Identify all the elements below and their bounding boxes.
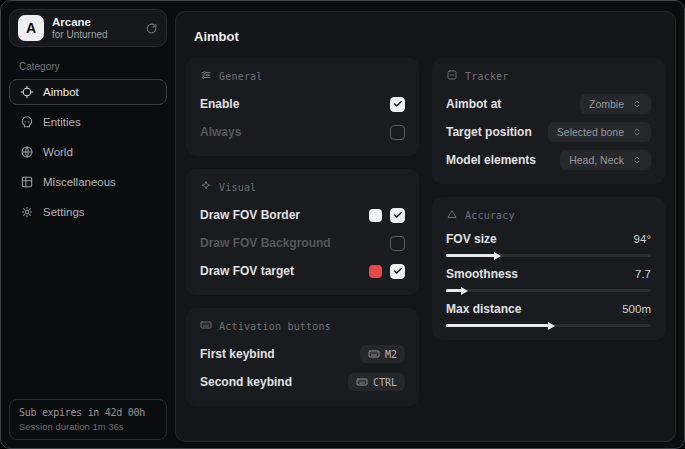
sidebar: A Arcane for Unturned Category Aimbot (1, 1, 175, 448)
fov-background-checkbox[interactable] (390, 236, 405, 251)
setting-row-fov-size: FOV size 94° (446, 232, 651, 257)
keybind-value: M2 (385, 349, 397, 360)
sidebar-item-entities[interactable]: Entities (9, 109, 167, 135)
setting-label: Target position (446, 125, 532, 139)
globe-icon (20, 145, 34, 159)
section-accuracy-header: Accuracy (446, 208, 651, 222)
setting-label: Draw FOV Border (200, 208, 300, 222)
fov-border-checkbox[interactable] (390, 208, 405, 223)
section-tracker: Tracker Aimbot at Zombie (432, 58, 665, 184)
section-title: Tracker (465, 71, 509, 82)
sidebar-item-label: Entities (43, 116, 81, 128)
app-logo: A (18, 15, 44, 41)
keyboard-icon (200, 319, 212, 333)
first-keybind-button[interactable]: M2 (360, 345, 405, 363)
second-keybind-button[interactable]: CTRL (348, 373, 405, 391)
setting-label: Smoothness (446, 267, 518, 281)
setting-label: Enable (200, 97, 239, 111)
section-general: General Enable Always (186, 58, 419, 156)
sidebar-item-label: World (43, 146, 73, 158)
page-title: Aimbot (194, 29, 665, 44)
setting-row-smoothness: Smoothness 7.7 (446, 267, 651, 292)
setting-label: Max distance (446, 302, 521, 316)
section-accuracy: Accuracy FOV size 94° (432, 197, 665, 340)
target-box-icon (446, 69, 458, 83)
sidebar-nav: Aimbot Entities World Miscellaneous (9, 79, 167, 225)
section-visual-header: Visual (200, 180, 405, 194)
grid-icon (20, 175, 34, 189)
keyboard-icon (368, 348, 380, 360)
main-area: Aimbot General Enable (175, 1, 684, 448)
target-position-dropdown[interactable]: Selected bone (548, 122, 651, 142)
dropdown-value: Selected bone (557, 126, 624, 138)
check-icon (393, 210, 403, 220)
keyboard-icon (356, 376, 368, 388)
always-checkbox[interactable] (390, 125, 405, 140)
gear-icon (20, 205, 34, 219)
setting-row-enable: Enable (200, 93, 405, 115)
setting-label: Draw FOV Background (200, 236, 331, 250)
slider-fill (446, 289, 462, 292)
section-title: Activation buttons (219, 321, 331, 332)
setting-row-target-position: Target position Selected bone (446, 121, 651, 143)
brand-text: Arcane for Unturned (52, 16, 108, 41)
setting-row-model-elements: Model elements Head, Neck (446, 149, 651, 171)
setting-row-always: Always (200, 121, 405, 143)
slider-value: 7.7 (635, 268, 651, 280)
subscription-card: Sub expires in 42d 00h Session duration … (9, 399, 167, 440)
slider-value: 500m (622, 303, 651, 315)
smoothness-slider[interactable] (446, 289, 651, 292)
check-icon (393, 266, 403, 276)
section-tracker-header: Tracker (446, 69, 651, 83)
left-column: General Enable Always (186, 58, 419, 406)
slider-value: 94° (634, 233, 651, 245)
fov-target-color-swatch[interactable] (369, 265, 382, 278)
app-title: Arcane (52, 16, 108, 29)
setting-row-second-keybind: Second keybind CTRL (200, 371, 405, 393)
enable-checkbox[interactable] (390, 97, 405, 112)
content-panel: Aimbot General Enable (175, 11, 676, 442)
unfold-icon (632, 99, 642, 109)
category-label: Category (19, 61, 167, 72)
sidebar-item-label: Miscellaneous (43, 176, 116, 188)
model-elements-dropdown[interactable]: Head, Neck (560, 150, 651, 170)
aimbot-at-dropdown[interactable]: Zombie (580, 94, 651, 114)
slider-fill (446, 324, 549, 327)
setting-label: Aimbot at (446, 97, 501, 111)
arcane-window: A Arcane for Unturned Category Aimbot (0, 0, 685, 449)
crosshair-icon (20, 85, 34, 99)
section-title: Accuracy (465, 210, 515, 221)
unfold-icon (632, 155, 642, 165)
setting-label: First keybind (200, 347, 275, 361)
fov-target-checkbox[interactable] (390, 264, 405, 279)
sidebar-item-aimbot[interactable]: Aimbot (9, 79, 167, 105)
check-icon (393, 99, 403, 109)
triangle-icon (446, 208, 458, 222)
fov-size-slider[interactable] (446, 254, 651, 257)
setting-row-fov-background: Draw FOV Background (200, 232, 405, 254)
app-subtitle: for Unturned (52, 29, 108, 41)
setting-label: FOV size (446, 232, 497, 246)
setting-row-aimbot-at: Aimbot at Zombie (446, 93, 651, 115)
sidebar-item-miscellaneous[interactable]: Miscellaneous (9, 169, 167, 195)
setting-label: Model elements (446, 153, 536, 167)
reload-icon[interactable] (145, 22, 158, 35)
sidebar-item-settings[interactable]: Settings (9, 199, 167, 225)
dropdown-value: Head, Neck (569, 154, 624, 166)
sliders-icon (200, 69, 212, 83)
unfold-icon (632, 127, 642, 137)
brand-card: A Arcane for Unturned (9, 9, 167, 47)
dropdown-value: Zombie (589, 98, 624, 110)
sidebar-item-world[interactable]: World (9, 139, 167, 165)
fov-border-color-swatch[interactable] (369, 209, 382, 222)
setting-row-fov-border: Draw FOV Border (200, 204, 405, 226)
sidebar-item-label: Aimbot (43, 86, 79, 98)
sub-expiry-text: Sub expires in 42d 00h (19, 407, 157, 418)
sidebar-item-label: Settings (43, 206, 85, 218)
setting-row-first-keybind: First keybind M2 (200, 343, 405, 365)
max-distance-slider[interactable] (446, 324, 651, 327)
setting-label: Draw FOV target (200, 264, 294, 278)
section-general-header: General (200, 69, 405, 83)
section-activation-header: Activation buttons (200, 319, 405, 333)
section-visual: Visual Draw FOV Border (186, 169, 419, 295)
